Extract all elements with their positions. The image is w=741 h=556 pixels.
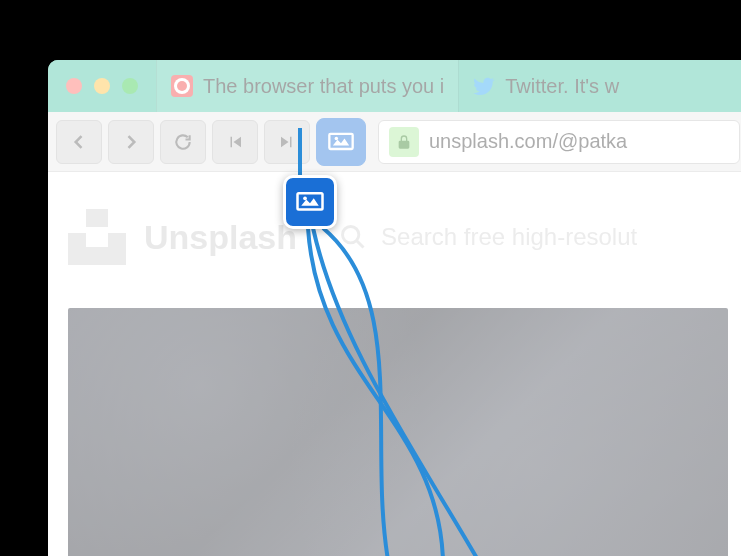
url-bar[interactable]: unsplash.com/@patka bbox=[378, 120, 740, 164]
search-placeholder: Search free high-resolut bbox=[381, 223, 637, 251]
tab-title: Twitter. It's w bbox=[505, 75, 619, 98]
capture-highlight-icon bbox=[283, 175, 337, 229]
unsplash-logo-icon bbox=[68, 209, 126, 265]
window-controls bbox=[48, 60, 156, 112]
lock-icon bbox=[389, 127, 419, 157]
reload-button[interactable] bbox=[160, 120, 206, 164]
svg-point-1 bbox=[335, 136, 339, 140]
svg-rect-3 bbox=[298, 193, 323, 209]
hero-photo[interactable] bbox=[68, 308, 728, 556]
tab-vivaldi[interactable]: The browser that puts you i bbox=[156, 60, 458, 112]
tab-title: The browser that puts you i bbox=[203, 75, 444, 98]
close-window-button[interactable] bbox=[66, 78, 82, 94]
title-bar: The browser that puts you i Twitter. It'… bbox=[48, 60, 741, 112]
rewind-button[interactable] bbox=[212, 120, 258, 164]
twitter-icon bbox=[473, 75, 495, 97]
browser-window: The browser that puts you i Twitter. It'… bbox=[48, 60, 741, 556]
brand-name: Unsplash bbox=[144, 218, 297, 257]
page-content: Unsplash Search free high-resolut bbox=[48, 172, 741, 556]
search-box[interactable]: Search free high-resolut bbox=[339, 223, 637, 251]
capture-button[interactable] bbox=[316, 118, 366, 166]
url-text: unsplash.com/@patka bbox=[429, 130, 627, 153]
search-icon bbox=[339, 223, 367, 251]
vivaldi-icon bbox=[171, 75, 193, 97]
site-header: Unsplash Search free high-resolut bbox=[68, 190, 728, 284]
svg-point-2 bbox=[343, 227, 359, 243]
forward-button[interactable] bbox=[108, 120, 154, 164]
tab-twitter[interactable]: Twitter. It's w bbox=[458, 60, 633, 112]
fastforward-button[interactable] bbox=[264, 120, 310, 164]
back-button[interactable] bbox=[56, 120, 102, 164]
toolbar: unsplash.com/@patka bbox=[48, 112, 741, 172]
maximize-window-button[interactable] bbox=[122, 78, 138, 94]
svg-point-4 bbox=[303, 196, 307, 200]
minimize-window-button[interactable] bbox=[94, 78, 110, 94]
